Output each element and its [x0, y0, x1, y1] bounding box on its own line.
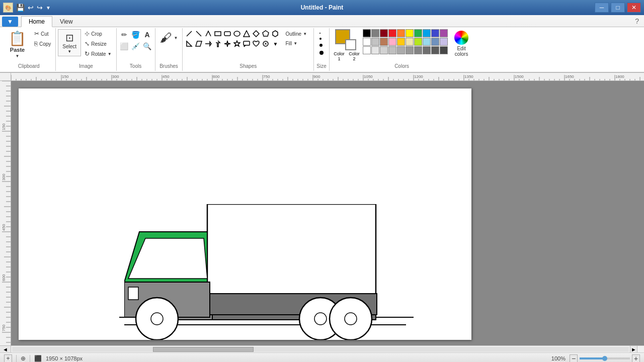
color-darkred[interactable] [380, 29, 388, 37]
size-3px[interactable] [318, 42, 324, 48]
fill-button[interactable]: Fill ▼ [283, 40, 309, 47]
cut-button[interactable]: ✂ Cut [32, 29, 53, 38]
color-purple[interactable] [440, 29, 448, 37]
size-2px[interactable] [318, 36, 323, 41]
canvas-surface[interactable] [19, 88, 471, 340]
rotate-dropdown[interactable]: ▼ [108, 52, 112, 56]
horizontal-scrollbar[interactable]: ◄ ► [0, 345, 644, 352]
select-button[interactable]: ⊡ Select ▼ [58, 29, 81, 56]
size-4px[interactable] [318, 49, 325, 56]
color-gray3[interactable] [380, 46, 388, 54]
color-indigo[interactable] [431, 29, 439, 37]
color-gray10[interactable] [440, 46, 448, 54]
minimize-button[interactable]: ─ [595, 3, 609, 13]
shape-diagonal1[interactable] [185, 29, 194, 38]
color-white2[interactable] [363, 46, 371, 54]
color-gray7[interactable] [414, 46, 422, 54]
shapes-scroll-down[interactable]: ▼ [271, 39, 280, 48]
help-icon[interactable]: ? [632, 16, 642, 27]
shape-diagonal2[interactable] [194, 29, 203, 38]
quick-access-undo[interactable]: ↩ [28, 4, 34, 12]
color-brown[interactable] [380, 38, 388, 46]
color-blue[interactable] [423, 29, 431, 37]
color-yellow[interactable] [406, 29, 414, 37]
color-gray6[interactable] [406, 46, 414, 54]
shape-parallelogram[interactable] [194, 39, 203, 48]
color-pink[interactable] [388, 38, 396, 46]
zoom-slider-thumb[interactable] [602, 356, 607, 361]
quick-access-redo[interactable]: ↪ [37, 4, 43, 12]
crop-button[interactable]: ⊹ Crop [82, 29, 114, 38]
magnifier-tool[interactable]: 🔍 [142, 41, 153, 52]
shape-diagonal3[interactable] [204, 29, 213, 38]
quick-access-save[interactable]: 💾 [16, 4, 25, 12]
color-selector-1[interactable] [335, 29, 356, 50]
color-white[interactable] [363, 38, 371, 46]
rotate-button[interactable]: ↻ Rotate ▼ [82, 49, 114, 58]
resize-button[interactable]: ⤡ Resize [82, 39, 114, 48]
shape-callout[interactable] [242, 39, 251, 48]
canvas-viewport[interactable] [11, 81, 644, 345]
brush-dropdown[interactable]: ▼ [174, 36, 178, 40]
zoom-slider-track[interactable] [580, 357, 630, 359]
paste-button[interactable]: 📋 Paste ▼ [4, 29, 31, 61]
shape-rect2[interactable] [223, 29, 232, 38]
color-gray8[interactable] [423, 46, 431, 54]
tab-home[interactable]: Home [21, 16, 52, 27]
shape-triangle[interactable] [242, 29, 251, 38]
shape-ellipse[interactable] [232, 29, 242, 38]
add-canvas-button[interactable]: + [4, 354, 12, 363]
brushes-button[interactable]: 🖌 ▼ [157, 29, 181, 46]
color-picker-tool[interactable]: 💉 [130, 41, 141, 52]
shape-hexagon[interactable] [271, 29, 280, 38]
app-icon[interactable]: 🎨 [3, 3, 13, 13]
fill-dropdown[interactable]: ▼ [293, 41, 297, 46]
pencil-tool[interactable]: ✏ [119, 29, 130, 40]
outline-dropdown[interactable]: ▼ [303, 32, 307, 36]
color-lightgray[interactable] [371, 38, 379, 46]
scrollbar-thumb-h[interactable] [153, 347, 254, 352]
zoom-out-button[interactable]: − [570, 354, 578, 363]
scroll-left-button[interactable]: ◄ [0, 346, 11, 353]
color-lavender[interactable] [440, 38, 448, 46]
color-green[interactable] [414, 29, 422, 37]
select-dropdown[interactable]: ▼ [67, 49, 71, 54]
tab-view[interactable]: View [52, 16, 80, 27]
color-gray9[interactable] [431, 46, 439, 54]
color-lime[interactable] [414, 38, 422, 46]
size-1px[interactable] [318, 31, 322, 35]
copy-button[interactable]: ⎘ Copy [32, 39, 53, 48]
shape-pentagon[interactable] [261, 29, 270, 38]
color-skyblue[interactable] [423, 38, 431, 46]
color-gray2[interactable] [371, 46, 379, 54]
shape-heart[interactable] [252, 39, 261, 48]
eraser-tool[interactable]: ⬜ [119, 41, 130, 52]
color-gray[interactable] [371, 29, 379, 37]
shape-arrow2[interactable] [213, 39, 222, 48]
shape-star4[interactable] [223, 39, 232, 48]
zoom-in-button[interactable]: + [632, 354, 640, 363]
color-gray5[interactable] [397, 46, 405, 54]
shape-rtriangle[interactable] [185, 39, 194, 48]
color-orange[interactable] [397, 29, 405, 37]
scroll-right-button[interactable]: ► [630, 346, 637, 353]
maximize-button[interactable]: □ [611, 3, 625, 13]
outline-button[interactable]: Outline ▼ [283, 30, 309, 38]
edit-colors-button[interactable]: Editcolors [451, 29, 472, 58]
quick-access-dropdown[interactable]: ▼ [46, 5, 51, 11]
shape-arrow[interactable] [204, 39, 213, 48]
color-gray4[interactable] [388, 46, 396, 54]
fill-tool[interactable]: 🪣 [130, 29, 141, 40]
close-button[interactable]: ✕ [627, 3, 641, 13]
color-cream[interactable] [406, 38, 414, 46]
shape-star5[interactable] [232, 39, 242, 48]
text-tool[interactable]: A [142, 29, 153, 40]
color-gold[interactable] [397, 38, 405, 46]
color-red[interactable] [388, 29, 396, 37]
shape-rect[interactable] [213, 29, 222, 38]
paste-dropdown[interactable]: ▼ [16, 54, 20, 58]
color-steelblue[interactable] [431, 38, 439, 46]
app-menu-button[interactable]: ▼ [2, 17, 18, 27]
shape-more1[interactable] [261, 39, 270, 48]
color-black[interactable] [363, 29, 371, 37]
